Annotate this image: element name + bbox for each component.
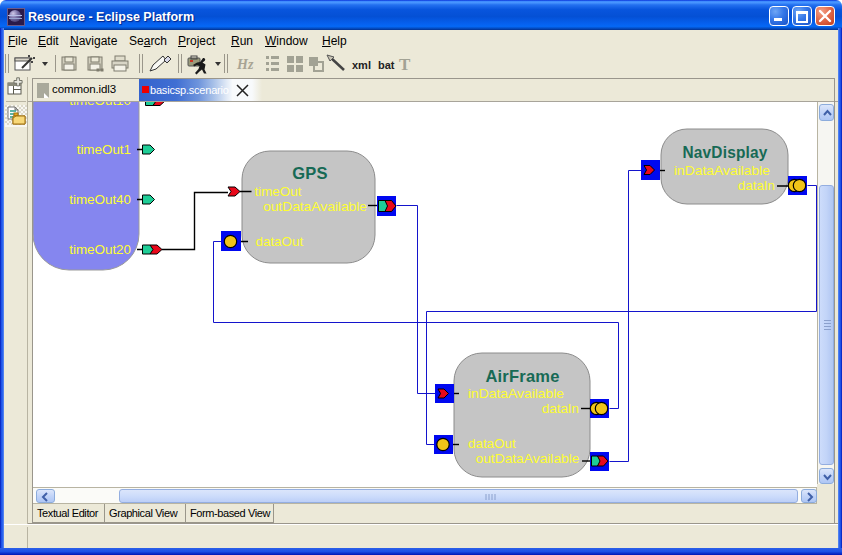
- svg-text:Hz: Hz: [236, 57, 254, 72]
- svg-text:timeOut: timeOut: [255, 184, 302, 199]
- svg-text:outDataAvailable: outDataAvailable: [263, 199, 367, 214]
- svg-text:inDataAvailable: inDataAvailable: [468, 386, 564, 401]
- svg-text:dataOut: dataOut: [468, 436, 516, 451]
- svg-text:dataOut: dataOut: [256, 234, 304, 249]
- svg-text:outDataAvailable: outDataAvailable: [476, 451, 580, 466]
- svg-text:dataIn: dataIn: [542, 401, 579, 416]
- svg-text:bat: bat: [378, 59, 395, 71]
- svg-text:GPS: GPS: [292, 164, 327, 182]
- svg-text:xml: xml: [352, 59, 371, 71]
- svg-text:inDataAvailable: inDataAvailable: [674, 163, 770, 178]
- svg-text:timeOut1: timeOut1: [77, 142, 131, 157]
- svg-text:timeOut20: timeOut20: [69, 242, 131, 257]
- svg-text:AirFrame: AirFrame: [485, 367, 559, 385]
- svg-text:dataIn: dataIn: [738, 178, 775, 193]
- svg-text:T: T: [399, 55, 411, 74]
- svg-text:timeOut40: timeOut40: [69, 192, 131, 207]
- svg-text:timeOut10: timeOut10: [69, 102, 131, 108]
- svg-text:NavDisplay: NavDisplay: [683, 143, 769, 161]
